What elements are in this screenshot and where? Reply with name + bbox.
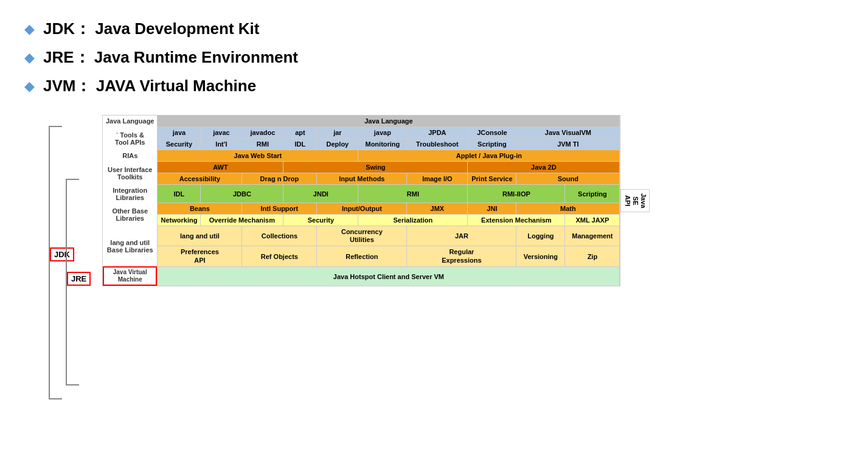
- row-lang-util-bottom: PreferencesAPI Ref Objects Reflection Re…: [103, 246, 620, 266]
- bullet-item-jdk: ◆ JDK： Java Development Kit: [24, 18, 844, 40]
- label-other-base: Other BaseLibraries: [103, 203, 158, 226]
- cell-networking: Networking: [158, 215, 201, 226]
- cell-collections: Collections: [242, 226, 317, 246]
- cell-java2d: Java 2D: [468, 162, 620, 173]
- cell-security-base: Security: [283, 215, 358, 226]
- cell-image-io: Image I/O: [407, 173, 468, 185]
- row-jvm: Java VirtualMachine Java Hotspot Client …: [103, 266, 620, 286]
- cell-intl-tool: Int'l: [201, 139, 242, 150]
- cell-javap: javap: [358, 127, 407, 139]
- cell-rmi-tool: RMI: [242, 139, 283, 150]
- row-lang-util-top: lang and utilBase Libraries lang and uti…: [103, 226, 620, 246]
- cell-regex: RegularExpressions: [407, 246, 516, 266]
- bullet-item-jre: ◆ JRE： Java Runtime Environment: [24, 47, 844, 68]
- row-other-base-top: Other BaseLibraries Beans Intl Support I…: [103, 203, 620, 215]
- label-ui-toolkits: User InterfaceToolkits: [103, 162, 158, 185]
- label-rias: RIAs: [103, 150, 158, 162]
- label-lang-util: lang and utilBase Libraries: [103, 226, 158, 267]
- bullet-text-jvm: JVM： JAVA Virtual Machine: [43, 75, 256, 97]
- cell-idl-tool: IDL: [283, 139, 317, 150]
- label-tools: ` Tools &Tool APIs: [103, 127, 158, 150]
- cell-serialization: Serialization: [358, 215, 468, 226]
- cell-rmi-int: RMI: [358, 185, 468, 203]
- cell-monitoring: Monitoring: [358, 139, 407, 150]
- cell-sound: Sound: [516, 173, 620, 185]
- jdk-bracket-line: [49, 126, 62, 399]
- cell-lang-util: lang and util: [158, 226, 242, 246]
- row-java-language: Java Language Java Language: [103, 116, 620, 127]
- cell-jdbc: JDBC: [201, 185, 283, 203]
- label-jvm-cell: Java VirtualMachine: [103, 266, 158, 286]
- cell-intl-support: Intl Support: [242, 203, 317, 215]
- cell-concurrency: ConcurrencyUtilities: [317, 226, 407, 246]
- row-other-base-bottom: Networking Override Mechanism Security S…: [103, 215, 620, 226]
- cell-jni: JNI: [468, 203, 516, 215]
- cell-java-web-start: Java Web Start: [158, 150, 358, 162]
- jvm-label-box: Java VirtualMachine: [103, 266, 157, 286]
- bullet-list: ◆ JDK： Java Development Kit ◆ JRE： Java …: [24, 18, 844, 97]
- cell-print-service: Print Service: [468, 173, 516, 185]
- cell-jar-base: JAR: [407, 226, 516, 246]
- cell-ref-objects: Ref Objects: [242, 246, 317, 266]
- cell-jar: jar: [317, 127, 358, 139]
- cell-input-methods: Input Methods: [317, 173, 407, 185]
- cell-management: Management: [565, 226, 620, 246]
- cell-xml-jaxp: XML JAXP: [565, 215, 620, 226]
- cell-jconsole: JConsole: [468, 127, 516, 139]
- cell-jpda: JPDA: [407, 127, 468, 139]
- label-integration: IntegrationLibraries: [103, 185, 158, 203]
- cell-awt: AWT: [158, 162, 283, 173]
- jre-label-box: JRE: [67, 272, 91, 286]
- page-container: ◆ JDK： Java Development Kit ◆ JRE： Java …: [24, 18, 844, 413]
- cell-applet-plugin: Applet / Java Plug-in: [358, 150, 620, 162]
- diamond-icon-jvm: ◆: [24, 78, 35, 94]
- outer-diagram: Java Language Java Language ` Tools &Too…: [102, 115, 650, 286]
- cell-swing: Swing: [283, 162, 468, 173]
- architecture-table: Java Language Java Language ` Tools &Too…: [102, 115, 620, 286]
- cell-javac: javac: [201, 127, 242, 139]
- cell-hotspot: Java Hotspot Client and Server VM: [158, 266, 620, 286]
- row-integration: IntegrationLibraries IDL JDBC JNDI RMI R…: [103, 185, 620, 203]
- diamond-icon-jre: ◆: [24, 50, 35, 66]
- row-tools-2: Security Int'l RMI IDL Deploy Monitoring…: [103, 139, 620, 150]
- row-ui-toolkits-bottom: Accessibility Drag n Drop Input Methods …: [103, 173, 620, 185]
- cell-scripting-tool: Scripting: [468, 139, 516, 150]
- diamond-icon-jdk: ◆: [24, 21, 35, 37]
- cell-versioning: Versioning: [516, 246, 565, 266]
- diagram-wrapper: JDK JRE: [49, 115, 844, 413]
- cell-drag-drop: Drag n Drop: [242, 173, 317, 185]
- cell-apt: apt: [283, 127, 317, 139]
- cell-jmx: JMX: [407, 203, 468, 215]
- cell-troubleshoot: Troubleshoot: [407, 139, 468, 150]
- cell-input-output: Input/Output: [317, 203, 407, 215]
- cell-beans: Beans: [158, 203, 242, 215]
- cell-java-visualvm: Java VisualVM: [516, 127, 620, 139]
- cell-accessibility: Accessibility: [158, 173, 242, 185]
- cell-java-language: Java Language: [158, 116, 620, 127]
- cell-idl-int: IDL: [158, 185, 201, 203]
- bullet-text-jre: JRE： Java Runtime Environment: [43, 47, 298, 68]
- cell-zip: Zip: [565, 246, 620, 266]
- cell-java: java: [158, 127, 201, 139]
- cell-override: Override Mechanism: [201, 215, 283, 226]
- cell-preferences: PreferencesAPI: [158, 246, 242, 266]
- cell-reflection: Reflection: [317, 246, 407, 266]
- cell-extension: Extension Mechanism: [468, 215, 565, 226]
- java-se-api-container: JavaSEAPI: [620, 115, 650, 286]
- cell-security-tool: Security: [158, 139, 201, 150]
- cell-javadoc: javadoc: [242, 127, 283, 139]
- cell-rmi-iiop: RMI-IIOP: [468, 185, 565, 203]
- cell-scripting-int: Scripting: [565, 185, 620, 203]
- cell-math: Math: [516, 203, 620, 215]
- row-ui-toolkits-top: User InterfaceToolkits AWT Swing Java 2D: [103, 162, 620, 173]
- bullet-text-jdk: JDK： Java Development Kit: [43, 18, 259, 40]
- bracket-container: JDK JRE: [49, 115, 97, 413]
- bullet-item-jvm: ◆ JVM： JAVA Virtual Machine: [24, 75, 844, 97]
- row-tools-1: ` Tools &Tool APIs java javac javadoc ap…: [103, 127, 620, 139]
- cell-logging: Logging: [516, 226, 565, 246]
- row-rias: RIAs Java Web Start Applet / Java Plug-i…: [103, 150, 620, 162]
- cell-jvm-ti: JVM TI: [516, 139, 620, 150]
- label-java-language: Java Language: [103, 116, 158, 127]
- java-se-api-label: JavaSEAPI: [620, 189, 650, 212]
- cell-jndi: JNDI: [283, 185, 358, 203]
